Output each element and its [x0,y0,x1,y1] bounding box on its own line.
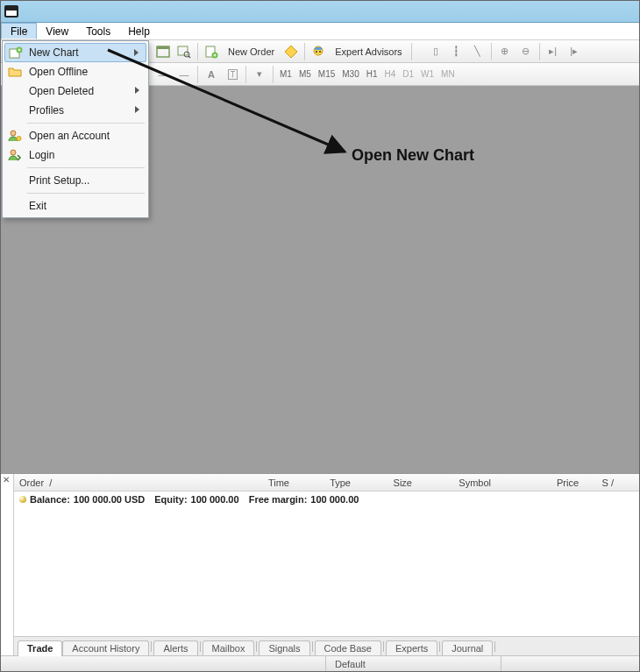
col-time[interactable]: Time [154,477,295,488]
col-type[interactable]: Type [295,477,356,488]
zoom-out-icon[interactable]: ⊖ [516,42,536,61]
menu-item-label: Profiles [29,104,64,117]
submenu-arrow-icon [135,106,139,113]
timeframe-m1[interactable]: M1 [277,69,295,79]
toolbar-separator [197,43,198,60]
submenu-arrow-icon [134,49,139,56]
balance-row[interactable]: Balance: 100 000.00 USD Equity: 100 000.… [14,492,639,507]
col-size[interactable]: Size [356,477,417,488]
menu-file[interactable]: File [1,23,37,39]
terminal-close-icon[interactable]: ✕ [3,475,10,485]
svg-point-9 [316,51,317,53]
balance-dot-icon [19,496,26,503]
scroll-end-icon[interactable]: ▸| [544,42,563,61]
menu-view[interactable]: View [37,23,77,39]
bar-chart-icon[interactable]: ▯ [426,42,445,61]
toolbar-separator [304,43,305,60]
zoom-chart-icon[interactable] [174,42,194,61]
toolbar-separator [491,43,492,60]
timeframe-m5[interactable]: M5 [296,69,314,79]
expert-advisors-button[interactable]: Expert Advisors [330,42,407,61]
file-menu-profiles[interactable]: Profiles [4,101,146,120]
app-window-icon [4,5,18,18]
menu-item-label: Print Setup... [29,174,89,187]
col-symbol[interactable]: Symbol [417,477,496,488]
annotation-text: Open New Chart [352,146,474,165]
svg-point-10 [319,51,321,53]
terminal-tab-history[interactable]: Account History [62,640,149,656]
timeframe-mn[interactable]: MN [438,69,458,79]
timeframe-d1[interactable]: D1 [400,69,416,79]
label-tool-icon[interactable]: 🅃 [223,65,242,84]
folder-open-icon [8,65,22,79]
alert-diamond-icon[interactable] [281,42,301,61]
timeframe-w1[interactable]: W1 [418,69,437,79]
line-chart-icon[interactable]: ╲ [468,42,487,61]
col-order[interactable]: Order / [14,477,154,488]
svg-rect-8 [315,47,322,50]
object-list-icon[interactable]: ▾ [250,65,269,84]
menu-item-label: Login [29,149,54,161]
new-order-icon[interactable] [202,42,221,61]
svg-point-14 [17,137,21,141]
menu-separator [27,193,145,194]
plus-chart-icon [9,46,23,60]
statusbar-profile[interactable]: Default [325,656,501,671]
terminal-tab-alerts[interactable]: Alerts [153,640,197,656]
timeframe-h4[interactable]: H4 [382,69,399,79]
terminal-tabs: Trade Account History Alerts Mailbox Sig… [14,636,639,655]
svg-point-15 [11,150,16,155]
shift-chart-icon[interactable]: |▸ [565,42,584,61]
terminal-tab-codebase[interactable]: Code Base [315,640,381,656]
balance-label: Balance: [30,494,70,505]
col-sl[interactable]: S / [584,477,619,488]
expert-advisors-label: Expert Advisors [335,46,402,57]
col-price[interactable]: Price [496,477,584,488]
timeframe-m30[interactable]: M30 [339,69,361,79]
svg-rect-1 [157,46,169,49]
menu-help[interactable]: Help [119,23,159,39]
line-tool-icon[interactable]: — [153,65,173,84]
toolbar-separator [245,66,246,83]
timeframe-h1[interactable]: H1 [364,69,380,79]
balance-value: 100 000.00 USD [74,494,145,505]
toolbar-separator [273,66,274,83]
new-order-label: New Order [228,46,274,57]
menu-item-label: Open Deleted [29,85,94,97]
hline-tool-icon[interactable]: ― [174,65,194,84]
svg-point-13 [11,131,16,136]
file-menu-open-account[interactable]: Open an Account [4,126,146,145]
terminal-tab-trade[interactable]: Trade [18,640,62,656]
user-login-icon [8,148,22,162]
new-order-button[interactable]: New Order [223,42,280,61]
menu-separator [27,123,145,124]
file-menu-open-deleted[interactable]: Open Deleted [4,81,146,101]
timeframe-m15[interactable]: M15 [316,69,338,79]
terminal-header: Order / Time Type Size Symbol Price S / [14,474,639,492]
candle-chart-icon[interactable]: ┇ [447,42,466,61]
menu-tools[interactable]: Tools [77,23,119,39]
terminal-tab-experts[interactable]: Experts [386,640,437,656]
file-menu-exit[interactable]: Exit [4,196,146,216]
chart-window-icon[interactable] [153,42,173,61]
menu-separator [27,167,145,168]
file-menu-login[interactable]: Login [4,145,146,165]
expert-advisors-icon[interactable] [309,42,328,61]
file-menu-open-offline[interactable]: Open Offline [4,62,146,81]
svg-rect-2 [178,46,188,55]
statusbar: Default [1,655,639,671]
file-menu-print-setup[interactable]: Print Setup... [4,171,146,190]
toolbar-separator [197,66,198,83]
text-tool-icon[interactable]: A [202,65,221,84]
terminal-tab-signals[interactable]: Signals [259,640,309,656]
terminal-tab-mailbox[interactable]: Mailbox [203,640,255,656]
user-add-icon [8,129,22,143]
terminal-tab-journal[interactable]: Journal [442,640,493,656]
equity-value: 100 000.00 [191,494,239,505]
zoom-in-icon[interactable]: ⊕ [495,42,515,61]
toolbar-separator [539,43,540,60]
equity-label: Equity: [154,494,187,505]
file-menu-new-chart[interactable]: New Chart [4,43,146,62]
menu-item-label: Open Offline [29,66,88,78]
file-menu-dropdown: New Chart Open Offline Open Deleted Prof… [2,40,149,218]
